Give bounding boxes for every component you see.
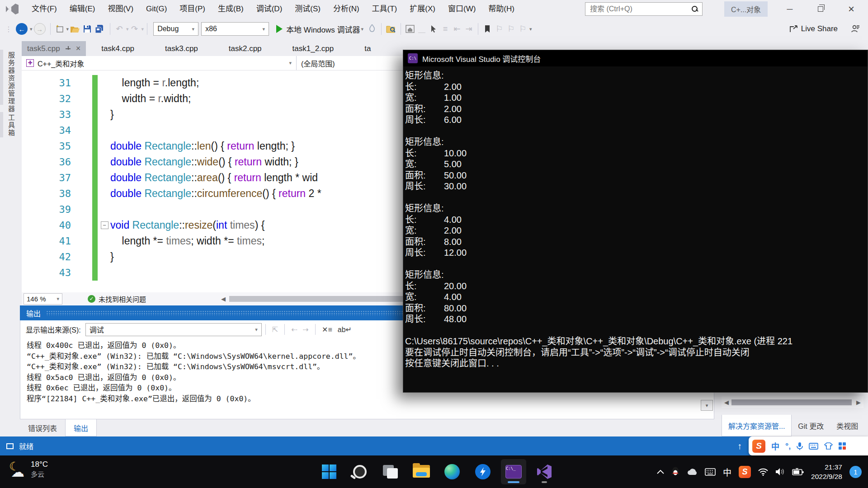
home-window-button[interactable] <box>404 22 416 36</box>
qq-icon[interactable] <box>671 467 679 477</box>
search-box[interactable] <box>585 2 703 16</box>
bookmark-button[interactable] <box>481 22 493 36</box>
next-message-icon[interactable]: ⇢ <box>300 325 311 334</box>
tray-chevron-up-icon[interactable] <box>657 469 664 474</box>
menu-item[interactable]: 窗口(W) <box>442 0 482 18</box>
wifi-icon[interactable] <box>758 468 768 476</box>
profiler-icon[interactable] <box>366 22 378 36</box>
console-output[interactable]: 矩形信息:长:2.00宽:1.00面积:2.00周长:6.00矩形信息:长:10… <box>403 66 868 388</box>
copy-structure-icon[interactable]: ≡ <box>439 22 451 36</box>
clear-all-icon[interactable]: ✕≡ <box>319 325 335 334</box>
word-wrap-icon[interactable]: ab↵ <box>335 325 354 334</box>
close-button[interactable]: × <box>838 0 864 18</box>
document-tab[interactable]: task5.cpp× <box>22 41 86 56</box>
project-dropdown[interactable]: ✚ C++_类和对象 ▾ <box>22 56 297 70</box>
redo-button[interactable]: ↷ <box>129 22 141 36</box>
solution-configuration-dropdown[interactable]: Debug▾ <box>153 22 198 36</box>
scope-dropdown[interactable]: (全局范围) <box>297 56 340 70</box>
ime-mic-icon[interactable] <box>797 442 803 450</box>
notification-badge[interactable]: 1 <box>849 466 862 478</box>
sogou-tray-icon[interactable]: S <box>739 466 751 478</box>
debug-console-window[interactable]: C:\ Microsoft Visual Studio 调试控制台 矩形信息:长… <box>403 50 868 393</box>
prev-message-icon[interactable]: ⇠ <box>288 325 300 334</box>
menu-item[interactable]: Git(G) <box>140 0 173 18</box>
menu-item[interactable]: 帮助(H) <box>482 0 521 18</box>
ime-toolbox-icon[interactable] <box>839 442 846 450</box>
onedrive-icon[interactable] <box>687 468 698 475</box>
menu-item[interactable]: 项目(P) <box>173 0 212 18</box>
next-bookmark-icon[interactable]: ⚐ <box>505 22 517 36</box>
find-in-files-button[interactable] <box>385 22 397 36</box>
bottom-tab-输出[interactable]: 输出 <box>65 419 97 436</box>
right-tab[interactable]: 解决方案资源管... <box>722 415 792 436</box>
toolbar-overflow-dropdown[interactable]: ▾ <box>529 26 532 32</box>
new-project-button[interactable] <box>54 22 66 36</box>
menu-item[interactable]: 视图(V) <box>101 0 140 18</box>
start-debugging-button[interactable]: 本地 Windows 调试器 ▾ <box>274 23 366 35</box>
document-health-indicator[interactable]: ✓ 未找到相关问题 <box>88 294 146 304</box>
start-button[interactable] <box>316 459 342 484</box>
lightning-app-button[interactable] <box>470 459 495 484</box>
ime-up-arrow-icon[interactable]: ↑ <box>731 441 749 451</box>
document-tab[interactable]: task4.cpp <box>86 41 150 56</box>
menu-item[interactable]: 编辑(E) <box>63 0 102 18</box>
output-scroll-dropdown[interactable]: ▾ <box>701 400 713 411</box>
minimize-tool-icon[interactable]: ＿ <box>416 22 428 36</box>
navigate-forward-button[interactable]: → <box>33 22 47 36</box>
edge-browser-button[interactable] <box>439 459 465 484</box>
console-title-bar[interactable]: C:\ Microsoft Visual Studio 调试控制台 <box>403 50 868 66</box>
search-input[interactable] <box>589 5 691 14</box>
scroll-left-arrow[interactable]: ◀ <box>722 399 731 406</box>
redo-dropdown[interactable]: ▾ <box>142 26 144 32</box>
taskbar-search-button[interactable] <box>347 459 373 484</box>
right-tab[interactable]: Git 更改 <box>792 415 830 436</box>
document-tab[interactable]: task1_2.cpp <box>277 41 349 56</box>
editor-zoom-dropdown[interactable]: 146 %▾ <box>24 293 62 305</box>
task-view-button[interactable] <box>378 459 403 484</box>
jump-to-message-icon[interactable]: ⇱ <box>269 325 281 334</box>
solution-platform-dropdown[interactable]: x86▾ <box>201 22 269 36</box>
output-source-dropdown[interactable]: 调试▾ <box>85 323 262 336</box>
visual-studio-taskbar-button[interactable] <box>532 459 557 484</box>
menu-item[interactable]: 测试(S) <box>288 0 327 18</box>
ime-punctuation-icon[interactable]: °‚ <box>785 441 791 451</box>
save-all-button[interactable] <box>93 22 107 36</box>
minimize-button[interactable]: ─ <box>777 0 803 18</box>
search-icon[interactable] <box>691 5 698 13</box>
collapse-icon[interactable]: − <box>101 221 108 229</box>
menu-item[interactable]: 调试(D) <box>250 0 289 18</box>
ime-skin-icon[interactable] <box>824 442 833 450</box>
undo-button[interactable]: ↶ <box>113 22 125 36</box>
save-button[interactable] <box>81 22 93 36</box>
document-tab[interactable]: task3.cpp <box>150 41 213 56</box>
ime-language-indicator[interactable]: 中 <box>723 466 731 478</box>
volume-icon[interactable] <box>775 468 785 476</box>
open-file-button[interactable] <box>69 22 81 36</box>
menu-item[interactable]: 工具(T) <box>366 0 404 18</box>
prev-bookmark-icon[interactable]: ⚐ <box>493 22 505 36</box>
menu-item[interactable]: 分析(N) <box>327 0 366 18</box>
document-tab[interactable]: ta <box>349 41 386 56</box>
menu-item[interactable]: 扩展(X) <box>403 0 442 18</box>
scroll-right-arrow[interactable]: ▶ <box>854 399 863 406</box>
debug-console-taskbar-button[interactable]: C:\_ <box>501 459 526 484</box>
close-tab-icon[interactable]: × <box>76 44 81 53</box>
debug-target-dropdown[interactable]: ▾ <box>361 26 364 32</box>
ime-chinese-mode-icon[interactable]: 中 <box>771 440 779 452</box>
menu-item[interactable]: 文件(F) <box>25 0 63 18</box>
ime-keyboard-icon[interactable] <box>809 443 818 450</box>
touch-keyboard-icon[interactable] <box>705 468 716 476</box>
document-tab[interactable]: task2.cpp <box>213 41 277 56</box>
live-share-button[interactable]: Live Share <box>789 24 849 33</box>
pin-icon[interactable] <box>66 46 71 51</box>
battery-icon[interactable] <box>792 468 804 475</box>
feedback-icon[interactable] <box>849 22 868 36</box>
navigate-back-button[interactable]: ← <box>14 22 29 36</box>
select-tool-icon[interactable] <box>428 22 439 36</box>
clear-bookmarks-icon[interactable]: ⚐ <box>517 22 528 36</box>
bottom-tab-错误列表[interactable]: 错误列表 <box>20 419 65 436</box>
clock[interactable]: 21:37 2022/9/28 <box>811 462 842 481</box>
solution-explorer-hscrollbar[interactable]: ◀ ▶ <box>722 396 863 408</box>
sidebar-tab-toolbox[interactable]: 工具箱 <box>6 114 16 137</box>
menu-item[interactable]: 生成(B) <box>212 0 250 18</box>
